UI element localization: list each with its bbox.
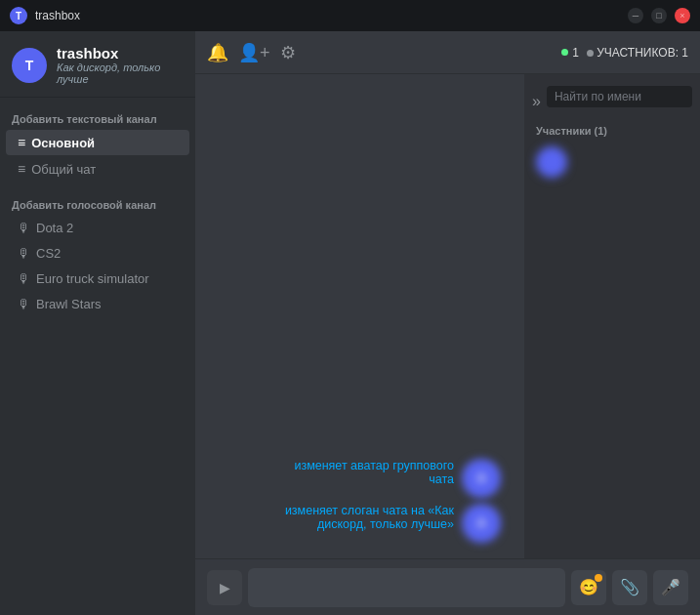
title-bar: T trashbox ─ □ × xyxy=(0,0,700,31)
channel-name-osnovnoy: Основной xyxy=(31,136,95,150)
voice-channel-euro-truck[interactable]: 🎙 Euro truck simulator xyxy=(6,266,189,291)
hash-icon-2: ≡ xyxy=(18,161,25,177)
voice-icon-brawl: 🎙 xyxy=(18,297,30,311)
message-row-1: изменяет аватар группового чата A xyxy=(211,459,509,498)
collapse-members-icon[interactable]: » xyxy=(532,93,541,110)
members-count-label: УЧАСТНИКОВ: 1 xyxy=(587,46,688,60)
sys-msg-line-2a: изменяет слоган чата на «Как xyxy=(285,504,454,517)
add-text-channel-header[interactable]: Добавить текстовый канал xyxy=(0,105,195,129)
add-user-icon[interactable]: 👤+ xyxy=(238,42,270,63)
members-label: УЧАСТНИКОВ: xyxy=(597,46,679,60)
msg-avatar-1: A xyxy=(462,459,501,498)
sys-msg-line-1b: чата xyxy=(294,472,454,486)
hash-icon: ≡ xyxy=(18,135,25,150)
channel-name-obshiy: Общий чат xyxy=(31,162,96,177)
messages-panel: изменяет аватар группового чата A изменя… xyxy=(195,74,524,558)
app-logo: T xyxy=(10,7,27,24)
message-row-2: изменяет слоган чата на «Как дискорд, то… xyxy=(211,504,509,543)
app-body: T trashbox Как дискорд, только лучше Доб… xyxy=(0,31,700,615)
mic-button[interactable]: 🎤 xyxy=(653,570,688,605)
input-area: ▶ 😊 📎 🎤 xyxy=(195,558,700,615)
server-name: trashbox xyxy=(57,45,184,62)
sidebar: T trashbox Как дискорд, только лучше Доб… xyxy=(0,31,195,615)
msg-content-2: изменяет слоган чата на «Как дискорд, то… xyxy=(285,504,454,531)
members-count-value: 1 xyxy=(681,46,688,60)
server-subtitle: Как дискорд, только лучше xyxy=(57,62,184,85)
offline-dot xyxy=(587,50,594,57)
close-button[interactable]: × xyxy=(675,8,690,23)
emoji-button-wrap: 😊 xyxy=(571,570,606,605)
member-avatar-1 xyxy=(536,146,567,178)
members-panel: » Участники (1) xyxy=(524,74,700,558)
attach-button[interactable]: 📎 xyxy=(612,570,647,605)
voice-name-euro: Euro truck simulator xyxy=(36,271,149,286)
voice-channel-dota[interactable]: 🎙 Dota 2 xyxy=(6,216,189,240)
channels-area: Добавить текстовый канал ≡ Основной ≡ Об… xyxy=(0,98,195,615)
chat-area: изменяет аватар группового чата A изменя… xyxy=(195,74,700,558)
notif-area: 🔔 👤+ ⚙ xyxy=(207,42,296,63)
server-header: T trashbox Как дискорд, только лучше xyxy=(0,31,195,98)
add-voice-channel-header[interactable]: Добавить голосовой канал xyxy=(0,191,195,215)
voice-name-dota: Dota 2 xyxy=(36,221,73,235)
server-avatar: T xyxy=(12,48,47,83)
members-search-input[interactable] xyxy=(547,86,692,107)
title-bar-text: trashbox xyxy=(35,9,628,22)
member-item-1[interactable] xyxy=(532,143,692,182)
msg-content-1: изменяет аватар группового чата xyxy=(294,459,454,486)
voice-icon-euro: 🎙 xyxy=(18,271,30,286)
sys-msg-line-2b: дискорд, только лучше» xyxy=(285,517,454,531)
voice-name-brawl: Brawl Stars xyxy=(36,297,101,311)
mic-icon: 🎤 xyxy=(661,578,680,596)
channel-item-obshiy-chat[interactable]: ≡ Общий чат xyxy=(6,156,189,182)
online-count: 1 xyxy=(572,46,579,60)
message-input[interactable] xyxy=(248,568,565,607)
online-dot xyxy=(561,49,568,56)
send-button[interactable]: ▶ xyxy=(207,570,242,605)
minimize-button[interactable]: ─ xyxy=(628,8,643,23)
main-topbar: 🔔 👤+ ⚙ 1 УЧАСТНИКОВ: 1 xyxy=(195,31,700,74)
attach-icon: 📎 xyxy=(620,578,639,596)
emoji-notification-dot xyxy=(595,574,602,582)
sys-msg-line-1a: изменяет аватар группового xyxy=(294,459,454,472)
window-controls: ─ □ × xyxy=(628,8,690,23)
server-info: trashbox Как дискорд, только лучше xyxy=(57,45,184,85)
voice-icon-cs2: 🎙 xyxy=(18,246,30,261)
channel-item-osnovnoy[interactable]: ≡ Основной xyxy=(6,130,189,155)
voice-channel-cs2[interactable]: 🎙 CS2 xyxy=(6,241,189,266)
send-icon: ▶ xyxy=(220,580,230,595)
members-section-title: Участники (1) xyxy=(532,125,692,137)
server-name-row: T trashbox Как дискорд, только лучше xyxy=(12,45,184,85)
voice-channel-brawl-stars[interactable]: 🎙 Brawl Stars xyxy=(6,292,189,316)
maximize-button[interactable]: □ xyxy=(651,8,667,23)
settings-icon[interactable]: ⚙ xyxy=(280,42,296,63)
topbar-right: 1 УЧАСТНИКОВ: 1 xyxy=(561,46,688,60)
bell-icon[interactable]: 🔔 xyxy=(207,42,228,63)
main-content: 🔔 👤+ ⚙ 1 УЧАСТНИКОВ: 1 xyxy=(195,31,700,615)
voice-icon-dota: 🎙 xyxy=(18,221,30,235)
voice-name-cs2: CS2 xyxy=(36,246,61,261)
msg-avatar-2: A xyxy=(462,504,501,543)
online-indicator: 1 xyxy=(561,46,579,60)
